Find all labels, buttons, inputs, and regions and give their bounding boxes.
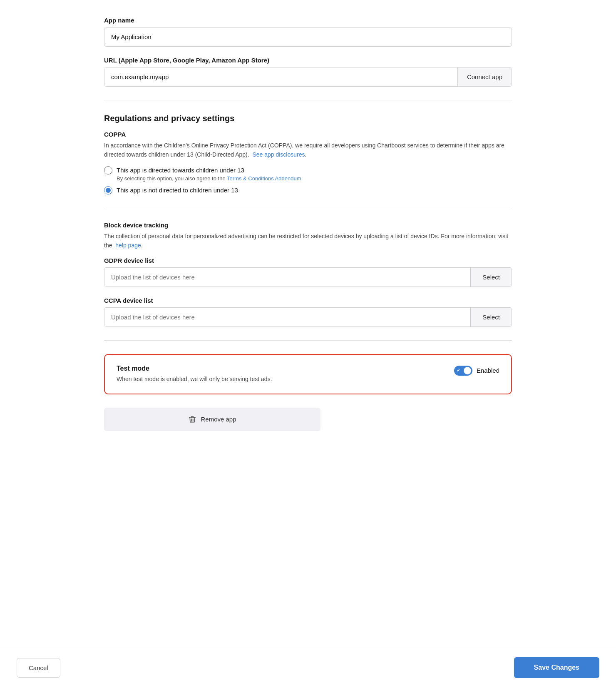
ccpa-section: CCPA device list Select: [104, 297, 512, 327]
block-tracking-title: Block device tracking: [104, 222, 512, 229]
coppa-radio-group: This app is directed towards children un…: [104, 166, 512, 194]
toggle-thumb: [464, 367, 471, 374]
gdpr-section: GDPR device list Select: [104, 257, 512, 287]
remove-app-label: Remove app: [201, 416, 236, 423]
connect-app-button[interactable]: Connect app: [457, 67, 512, 86]
regulations-section: Regulations and privacy settings COPPA I…: [104, 114, 512, 327]
coppa-radio-item-1: This app is directed towards children un…: [104, 166, 512, 182]
coppa-description: In accordance with the Children's Online…: [104, 141, 512, 159]
trash-icon: [188, 415, 196, 424]
block-tracking-section: Block device tracking The collection of …: [104, 222, 512, 250]
test-mode-toggle-area: ✓ Enabled: [454, 366, 499, 376]
app-name-label: App name: [104, 17, 512, 24]
gdpr-input[interactable]: [104, 268, 470, 287]
ccpa-select-button[interactable]: Select: [470, 308, 512, 327]
coppa-radio-directed[interactable]: [104, 166, 112, 174]
test-mode-toggle-label: Enabled: [477, 367, 499, 374]
toggle-checkmark: ✓: [457, 368, 460, 373]
coppa-radio-1-label[interactable]: This app is directed towards children un…: [117, 167, 244, 174]
test-mode-toggle[interactable]: ✓: [454, 366, 472, 376]
block-tracking-divider: [104, 208, 512, 208]
gdpr-select-button[interactable]: Select: [470, 268, 512, 287]
app-name-input[interactable]: [104, 27, 512, 47]
coppa-radio-1-sublabel: By selecting this option, you also agree…: [117, 175, 301, 182]
coppa-section: COPPA In accordance with the Children's …: [104, 131, 512, 194]
url-input[interactable]: [104, 67, 457, 86]
ccpa-label: CCPA device list: [104, 297, 512, 304]
url-label: URL (Apple App Store, Google Play, Amazo…: [104, 57, 512, 64]
gdpr-input-row: Select: [104, 267, 512, 287]
test-mode-divider: [104, 340, 512, 341]
block-tracking-description: The collection of personal data for pers…: [104, 232, 512, 250]
see-disclosures-link[interactable]: See app disclosures: [252, 151, 305, 158]
coppa-radio-not-directed[interactable]: [104, 186, 112, 194]
test-mode-description: When test mode is enabled, we will only …: [117, 375, 272, 384]
ccpa-input-row: Select: [104, 307, 512, 327]
terms-conditions-link[interactable]: Terms & Conditions Addendum: [227, 175, 301, 182]
remove-app-button[interactable]: Remove app: [104, 408, 320, 431]
test-mode-box: Test mode When test mode is enabled, we …: [104, 354, 512, 394]
regulations-title: Regulations and privacy settings: [104, 114, 512, 123]
help-page-link[interactable]: help page: [115, 242, 141, 249]
section-divider: [104, 100, 512, 100]
save-changes-button[interactable]: Save Changes: [514, 657, 599, 678]
ccpa-input[interactable]: [104, 308, 470, 327]
test-mode-content: Test mode When test mode is enabled, we …: [117, 365, 272, 384]
url-field-row: Connect app: [104, 67, 512, 87]
footer-bar: Cancel Save Changes: [0, 647, 616, 688]
coppa-title: COPPA: [104, 131, 512, 138]
test-mode-title: Test mode: [117, 365, 272, 372]
gdpr-label: GDPR device list: [104, 257, 512, 264]
coppa-radio-2-label[interactable]: This app is not directed to children und…: [117, 186, 238, 194]
cancel-button[interactable]: Cancel: [17, 658, 60, 678]
coppa-radio-item-2: This app is not directed to children und…: [104, 186, 512, 194]
